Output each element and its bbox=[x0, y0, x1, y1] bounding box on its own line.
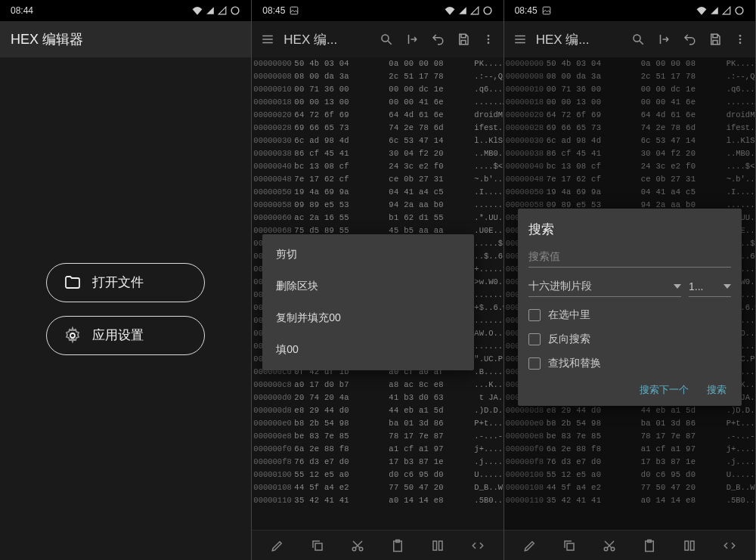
hex-row[interactable]: 0000001800 00 13 0000 00 41 6e......An bbox=[252, 96, 503, 109]
status-bar: 08:44 bbox=[0, 0, 251, 21]
code-icon[interactable] bbox=[715, 534, 744, 557]
hex-row[interactable]: 000000e0b8 2b 54 98ba 01 3d 86P+t....= bbox=[504, 417, 755, 430]
hex-row[interactable]: 0000000808 00 da 3a2c 51 17 78.:--,Q.x bbox=[504, 70, 755, 83]
svg-rect-21 bbox=[567, 543, 574, 550]
cut-icon[interactable] bbox=[343, 534, 372, 557]
hex-row[interactable]: 00000060ac 2a 16 55b1 62 d1 55.*.UU.b. bbox=[252, 212, 503, 224]
hex-row[interactable]: 0000001000 71 36 0000 00 dc 1e.q6..... bbox=[504, 83, 755, 96]
hex-row[interactable]: 0000005019 4a 69 9a04 41 a4 c5.I.....i bbox=[252, 186, 503, 199]
select-icon[interactable] bbox=[675, 534, 704, 557]
svg-point-1 bbox=[70, 333, 75, 338]
search-next-button[interactable]: 搜索下一个 bbox=[640, 383, 689, 397]
hex-row[interactable]: 0000002064 72 6f 6964 4d 61 6edroidMan bbox=[504, 109, 755, 122]
checkbox-icon bbox=[528, 333, 541, 345]
edit-icon[interactable] bbox=[263, 534, 292, 557]
settings-button[interactable]: 应用设置 bbox=[46, 316, 205, 355]
hex-row[interactable]: 000000306c ad 98 4d6c 53 47 14l..KlSG. bbox=[504, 135, 755, 147]
hex-row[interactable]: 0000003886 cf 45 4130 04 f2 20..MB0... bbox=[504, 147, 755, 160]
search-type-select[interactable]: 十六进制片段 bbox=[528, 275, 681, 297]
overflow-button[interactable] bbox=[728, 28, 752, 51]
hex-row[interactable]: 0000000808 00 da 3a2c 51 17 78.:--,Q.x bbox=[252, 70, 503, 83]
undo-button[interactable] bbox=[677, 28, 702, 51]
hex-row[interactable]: 0000002869 66 65 7374 2e 78 6difest.xm bbox=[252, 122, 503, 135]
hex-row[interactable]: 000000e8be 83 7e 8578 17 7e 87.-...--. bbox=[504, 430, 755, 443]
hex-row[interactable]: 000000d020 74 20 4a41 b3 d0 63 t JA..c bbox=[252, 391, 503, 404]
menu-copy-fill-00[interactable]: 复制并填充00 bbox=[262, 302, 474, 334]
hex-row[interactable]: 0000011035 42 41 41a0 14 14 e8.5B0.... bbox=[252, 494, 503, 507]
hex-row[interactable]: 0000005019 4a 69 9a04 41 a4 c5.I.....i bbox=[504, 186, 755, 199]
overflow-button[interactable] bbox=[476, 28, 500, 51]
hex-row[interactable]: 000000306c ad 98 4d6c 53 47 14l..KlSG. bbox=[252, 135, 503, 147]
status-bar: 08:45 bbox=[504, 0, 755, 21]
screen-hex-search: 08:45 HEX 编... 0000000050 4b 03 040a 00 … bbox=[504, 0, 756, 560]
svg-rect-27 bbox=[691, 541, 695, 550]
hex-row[interactable]: 0000010055 12 e5 a0d0 c6 95 d0U....... bbox=[504, 469, 755, 481]
copy-icon[interactable] bbox=[303, 534, 332, 557]
check-find-replace[interactable]: 查找和替换 bbox=[528, 351, 731, 376]
hex-row[interactable]: 0000002064 72 6f 6964 4d 61 6edroidMan bbox=[252, 109, 503, 122]
goto-button[interactable] bbox=[399, 28, 425, 51]
check-reverse[interactable]: 反向搜索 bbox=[528, 327, 731, 351]
gear-icon bbox=[64, 326, 82, 345]
edit-icon[interactable] bbox=[516, 534, 544, 557]
hex-row[interactable]: 000000e8be 83 7e 8578 17 7e 87.-...--. bbox=[252, 430, 503, 443]
signal-icon-2 bbox=[218, 6, 227, 15]
check-label: 反向搜索 bbox=[548, 333, 590, 346]
hex-row[interactable]: 0000011035 42 41 41a0 14 14 e8.5B0.... bbox=[504, 494, 755, 507]
hex-row[interactable]: 000000d8e8 29 44 d044 eb a1 5d.)D.D..! bbox=[252, 404, 503, 417]
check-label: 查找和替换 bbox=[548, 357, 601, 370]
save-button[interactable] bbox=[451, 28, 476, 51]
menu-cut[interactable]: 剪切 bbox=[262, 239, 474, 271]
hex-row[interactable]: 0000010844 5f a4 e277 50 47 20D_B..WPG bbox=[252, 481, 503, 494]
search-button[interactable] bbox=[373, 28, 399, 51]
hex-row[interactable]: 0000010055 12 e5 a0d0 c6 95 d0U....... bbox=[252, 469, 503, 481]
hex-row[interactable]: 000000f06a 2e 88 f8a1 cf a1 97j+...... bbox=[504, 443, 755, 456]
checkbox-icon bbox=[528, 357, 541, 370]
bottom-toolbar bbox=[504, 530, 755, 560]
hex-row[interactable]: 00000040bc 13 08 cf24 3c e2 f0....$<.. bbox=[252, 160, 503, 173]
hex-row[interactable]: 00000040bc 13 08 cf24 3c e2 f0....$<.. bbox=[504, 160, 755, 173]
hex-row[interactable]: 0000000050 4b 03 040a 00 00 08PK...... bbox=[252, 57, 503, 70]
hex-row[interactable]: 0000010844 5f a4 e277 50 47 20D_B..WPG bbox=[504, 481, 755, 494]
menu-button[interactable] bbox=[255, 26, 280, 52]
app-bar: HEX 编... bbox=[504, 21, 755, 57]
menu-delete-block[interactable]: 删除区块 bbox=[262, 271, 474, 302]
hex-row[interactable]: 000000f06a 2e 88 f8a1 cf a1 97j+...... bbox=[252, 443, 503, 456]
hex-row[interactable]: 000000487e 17 62 cfce 0b 27 31~.b'..'1 bbox=[504, 173, 755, 186]
menu-button[interactable] bbox=[507, 26, 533, 52]
search-type-label: 十六进制片段 bbox=[528, 280, 592, 293]
hex-row[interactable]: 000000f876 d3 e7 d017 b3 87 1e.j...... bbox=[252, 456, 503, 469]
hex-row[interactable]: 0000003886 cf 45 4130 04 f2 20..MB0... bbox=[252, 147, 503, 160]
save-button[interactable] bbox=[702, 28, 728, 51]
open-file-button[interactable]: 打开文件 bbox=[46, 263, 205, 302]
search-button[interactable] bbox=[625, 28, 651, 51]
wifi-icon bbox=[696, 6, 707, 15]
hex-row[interactable]: 0000001000 71 36 0000 00 dc 1e.q6..... bbox=[252, 83, 503, 96]
open-file-label: 打开文件 bbox=[92, 274, 144, 291]
hex-row[interactable]: 000000c8a0 17 d0 b7a8 ac 8c e8...K.... bbox=[252, 379, 503, 391]
hex-row[interactable]: 0000005809 89 e5 5394 2a aa b0.......... bbox=[252, 199, 503, 212]
hex-row[interactable]: 0000001800 00 13 0000 00 41 6e......An bbox=[504, 96, 755, 109]
svg-rect-8 bbox=[315, 543, 322, 550]
hex-row[interactable]: 0000002869 66 65 7374 2e 78 6difest.xm bbox=[504, 122, 755, 135]
hex-row[interactable]: 000000f876 d3 e7 d017 b3 87 1e.j...... bbox=[504, 456, 755, 469]
checkbox-icon bbox=[528, 309, 541, 321]
hex-row[interactable]: 000000487e 17 62 cfce 0b 27 31~.b'..'1 bbox=[252, 173, 503, 186]
search-width-select[interactable]: 1... bbox=[689, 275, 731, 297]
copy-icon[interactable] bbox=[555, 534, 584, 557]
check-in-selection[interactable]: 在选中里 bbox=[528, 303, 731, 327]
search-dialog: 搜索 搜索值 十六进制片段 1... 在选中里 反向搜索 查找和替换 搜索下一个 bbox=[518, 209, 742, 406]
cut-icon[interactable] bbox=[595, 534, 624, 557]
undo-button[interactable] bbox=[425, 28, 451, 51]
select-icon[interactable] bbox=[423, 534, 452, 557]
hex-row[interactable]: 000000d8e8 29 44 d044 eb a1 5d.)D.D..! bbox=[504, 404, 755, 417]
code-icon[interactable] bbox=[463, 534, 492, 557]
search-input[interactable]: 搜索值 bbox=[528, 246, 731, 268]
goto-button[interactable] bbox=[651, 28, 677, 51]
paste-icon[interactable] bbox=[383, 534, 412, 557]
menu-fill-00[interactable]: 填00 bbox=[262, 334, 474, 366]
hex-row[interactable]: 0000000050 4b 03 040a 00 00 08PK...... bbox=[504, 57, 755, 70]
search-button-dlg[interactable]: 搜索 bbox=[707, 383, 727, 397]
paste-icon[interactable] bbox=[635, 534, 664, 557]
hex-row[interactable]: 000000e0b8 2b 54 98ba 01 3d 86P+t....= bbox=[252, 417, 503, 430]
